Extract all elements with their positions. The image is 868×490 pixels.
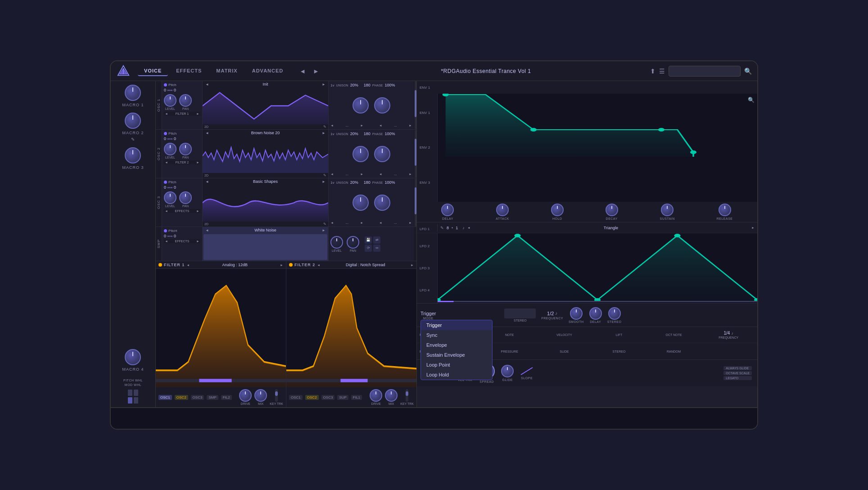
lfo-wave-prev[interactable]: ◄ [467,226,470,229]
env-delay-knob[interactable] [441,204,454,216]
osc2-edit-icon[interactable]: ✎ [323,173,326,177]
osc3-extra2-next[interactable]: ► [409,221,412,224]
osc3-filter-next[interactable]: ► [196,209,199,213]
osc3-pitch-left[interactable]: 0 [164,185,166,190]
filter2-type-next[interactable]: ► [411,263,414,267]
filter1-osc1-btn[interactable]: OSC1 [158,395,172,400]
smp-pitch-left[interactable]: 0 [164,234,166,238]
lfo-wave-next[interactable]: ► [751,226,755,229]
osc1-extra-next[interactable]: ► [360,124,363,127]
env-release-knob[interactable] [719,204,731,216]
lfo-graph[interactable] [438,233,757,303]
osc1-phase-knob[interactable] [374,97,390,113]
filter2-fil1-btn[interactable]: FIL1 [351,395,362,400]
osc3-edit-icon[interactable]: ✎ [323,222,326,226]
osc3-wave-next[interactable]: ► [322,180,326,184]
lfo-delay-knob[interactable] [589,307,602,320]
lfo-freq-tempo-icon[interactable]: ♪ [555,311,557,316]
osc3-wave-prev[interactable]: ◄ [205,180,209,184]
filter1-osc3-btn[interactable]: OSC3 [191,395,204,400]
random1-freq-val[interactable]: 1/4 [723,331,730,336]
osc1-wave-next[interactable]: ► [322,82,326,86]
glide-knob[interactable] [501,365,514,377]
osc3-extra2-prev[interactable]: ◄ [379,221,382,224]
filter1-smp-btn[interactable]: SMP [207,395,218,400]
macro3-knob[interactable] [125,147,141,163]
osc1-extra2-prev[interactable]: ◄ [379,124,382,127]
lfo-smooth-knob[interactable] [570,307,583,320]
smp-filter-prev[interactable]: ◄ [165,240,168,243]
env-graph[interactable] [438,94,757,202]
osc1-filter-next[interactable]: ► [196,112,199,115]
osc1-mode[interactable]: 2D [204,125,208,128]
osc1-extra2-next[interactable]: ► [409,124,412,127]
dropdown-loop-point[interactable]: Loop Point [421,360,492,370]
osc2-level-knob[interactable] [164,143,176,155]
osc2-wave-prev[interactable]: ◄ [205,131,209,135]
lfo-rate-knob-icon[interactable]: ✎ [440,226,444,230]
osc2-phase-knob[interactable] [374,146,390,162]
osc3-pan-knob[interactable] [179,191,192,204]
lfo-mode-val[interactable]: Trigger [420,311,436,316]
smp-filter-next[interactable]: ► [196,240,199,243]
osc1-filter-prev[interactable]: ◄ [165,112,168,115]
osc2-extra-next[interactable]: ► [360,172,363,176]
filter2-osc3-btn[interactable]: OSC3 [321,395,335,400]
smp-pitch-right[interactable]: 0 [174,234,176,238]
osc3-unison-knob[interactable] [353,195,369,211]
filter1-graph[interactable] [156,269,286,387]
macro2-knob[interactable] [125,113,141,129]
osc3-pitch-right[interactable]: 0 [174,185,176,190]
osc3-waveform[interactable] [203,185,328,222]
osc3-extra-prev[interactable]: ◄ [330,221,334,224]
smp-shuffle-icon[interactable]: ⇌ [373,236,380,244]
osc1-pitch-right[interactable]: 0 [174,88,176,92]
osc2-filter-prev[interactable]: ◄ [165,161,168,164]
filter1-drive-knob[interactable] [239,389,252,402]
osc2-unison-knob[interactable] [353,146,369,162]
next-preset-button[interactable]: ► [310,67,322,76]
osc2-extra-prev[interactable]: ◄ [330,172,334,176]
osc2-pitch-left[interactable]: 0 [164,136,166,141]
macro4-knob[interactable] [125,349,141,365]
filter1-type-next[interactable]: ► [280,263,283,267]
filter2-type-prev[interactable]: ◄ [317,263,320,267]
smp-waveform[interactable] [203,234,327,260]
always-glide-opt[interactable]: ALWAYS GLIDE [723,366,752,370]
osc3-filter-prev[interactable]: ◄ [165,209,168,213]
filter1-fil2-btn[interactable]: FIL2 [221,395,232,400]
smp-wave-prev[interactable]: ◄ [205,228,209,232]
tab-effects[interactable]: EFFECTS [170,66,208,76]
dropdown-envelope[interactable]: Envelope [421,340,492,350]
osc2-pitch-right[interactable]: 0 [174,136,176,141]
osc1-unison-knob[interactable] [353,97,369,113]
osc1-waveform[interactable] [203,87,328,124]
env-attack-knob[interactable] [496,204,509,216]
osc1-extra-prev[interactable]: ◄ [330,124,334,127]
osc3-mode[interactable]: 2D [204,222,208,226]
lfo-freq-val[interactable]: 1/2 [547,311,554,316]
slope-display[interactable] [520,367,533,376]
smp-pan-knob[interactable] [347,236,359,249]
osc2-extra2-prev[interactable]: ◄ [379,172,382,176]
lfo-stereo-display[interactable] [504,309,536,318]
filter2-keytrk-slider[interactable] [406,389,408,402]
osc1-level-knob[interactable] [164,94,176,107]
osc3-extra-next[interactable]: ► [360,221,363,224]
tab-voice[interactable]: VOICE [138,66,168,76]
smp-reverse-icon[interactable]: ⇔ [373,245,380,252]
filter2-graph[interactable] [286,269,416,387]
lfo-stereo-knob[interactable] [608,307,621,320]
env-decay-knob[interactable] [606,204,618,216]
filter2-mix-knob[interactable] [385,389,398,402]
osc2-extra2-next[interactable]: ► [409,172,412,176]
macro1-knob[interactable] [125,85,141,101]
dropdown-loop-hold[interactable]: Loop Hold [421,370,492,380]
filter1-mix-knob[interactable] [254,389,267,402]
osc3-phase-knob[interactable] [374,195,390,211]
osc2-waveform[interactable] [203,136,328,173]
filter2-osc1-btn[interactable]: OSC1 [289,395,303,400]
tab-matrix[interactable]: MATRIX [210,66,244,76]
osc2-mode[interactable]: 2D [204,174,208,177]
filter1-keytrk-slider[interactable] [275,389,278,402]
